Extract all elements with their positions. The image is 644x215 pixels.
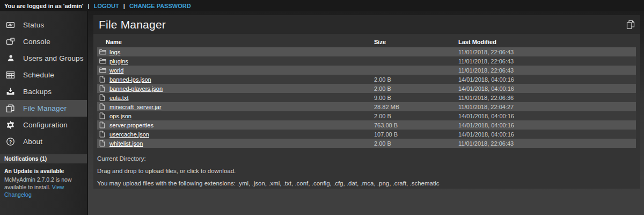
file-manager-icon bbox=[6, 104, 15, 113]
file-modified: 11/01/2018, 22:06:43 bbox=[456, 66, 636, 75]
folder-link[interactable]: world bbox=[109, 67, 123, 74]
table-row: banned-players.json2.00 B14/01/2018, 04:… bbox=[97, 84, 636, 93]
notification-title: An Update is available bbox=[4, 167, 83, 175]
file-modified: 11/01/2018, 22:04:27 bbox=[456, 102, 636, 111]
file-icon bbox=[99, 76, 106, 83]
table-header-row: Name Size Last Modified bbox=[97, 38, 636, 47]
file-icon bbox=[99, 103, 106, 110]
svg-text:?: ? bbox=[9, 139, 12, 145]
file-size bbox=[372, 47, 456, 56]
file-modified: 11/01/2018, 22:06:36 bbox=[456, 93, 636, 102]
logged-in-text: You are logged in as 'admin' bbox=[4, 3, 83, 9]
file-modified: 11/01/2018, 22:06:43 bbox=[456, 47, 636, 56]
file-icon bbox=[99, 131, 106, 138]
drag-drop-text[interactable]: Drag and drop to upload files, or click … bbox=[97, 168, 640, 174]
sidebar-item-users-and-groups[interactable]: Users and Groups bbox=[0, 50, 87, 67]
file-table: Name Size Last Modified logs11/01/2018, … bbox=[97, 38, 636, 148]
table-row: ops.json2.00 B14/01/2018, 04:00:16 bbox=[97, 111, 636, 120]
folder-link[interactable]: logs bbox=[109, 49, 120, 55]
file-link[interactable]: minecraft_server.jar bbox=[109, 104, 162, 110]
table-row: whitelist.json2.00 B11/01/2018, 22:06:43 bbox=[97, 139, 636, 148]
file-modified: 11/01/2018, 22:06:43 bbox=[456, 139, 636, 148]
sidebar-item-label: File Manager bbox=[23, 104, 67, 112]
sidebar-item-schedule[interactable]: Schedule bbox=[0, 67, 87, 83]
sidebar-nav: StatusConsoleUsers and GroupsScheduleBac… bbox=[0, 11, 87, 150]
sidebar-item-label: Status bbox=[23, 21, 44, 29]
extensions-text: You may upload files with the following … bbox=[97, 180, 640, 187]
main-area: File Manager Name Size Last Modified log… bbox=[88, 11, 644, 215]
file-size: 9.00 B bbox=[372, 93, 456, 102]
column-header-last-modified: Last Modified bbox=[456, 38, 636, 47]
file-icon bbox=[99, 121, 106, 128]
file-link[interactable]: eula.txt bbox=[109, 95, 128, 101]
column-header-name: Name bbox=[97, 38, 372, 47]
column-header-size: Size bbox=[372, 38, 456, 47]
file-link[interactable]: ops.json bbox=[109, 113, 131, 119]
console-icon bbox=[6, 37, 15, 46]
logout-link[interactable]: LOGOUT bbox=[94, 3, 119, 9]
current-directory-label: Current Directory: bbox=[97, 155, 640, 162]
copy-pages-icon[interactable] bbox=[626, 20, 635, 30]
sidebar-item-status[interactable]: Status bbox=[0, 17, 87, 33]
sidebar-item-label: Console bbox=[23, 38, 50, 46]
table-row: server.properties763.00 B14/01/2018, 04:… bbox=[97, 120, 636, 130]
notifications-header: Notifications (1) bbox=[0, 154, 87, 163]
file-size: 763.00 B bbox=[372, 120, 456, 130]
table-row: usercache.json107.00 B14/01/2018, 04:00:… bbox=[97, 130, 636, 139]
file-icon bbox=[99, 94, 106, 101]
file-size: 2.00 B bbox=[372, 111, 456, 120]
file-size: 2.00 B bbox=[372, 75, 456, 84]
sidebar-item-label: Schedule bbox=[23, 71, 54, 79]
file-link: server.properties bbox=[109, 122, 153, 128]
table-row: eula.txt9.00 B11/01/2018, 22:06:36 bbox=[97, 93, 636, 102]
sidebar-item-label: Users and Groups bbox=[23, 54, 84, 62]
file-link[interactable]: usercache.json bbox=[109, 131, 149, 138]
file-size bbox=[372, 66, 456, 75]
change-password-link[interactable]: CHANGE PASSWORD bbox=[129, 3, 191, 9]
separator: | bbox=[119, 3, 129, 9]
file-modified: 14/01/2018, 04:00:16 bbox=[456, 130, 636, 139]
separator: | bbox=[83, 3, 93, 9]
sidebar-item-label: Backups bbox=[23, 88, 52, 96]
file-icon bbox=[99, 85, 106, 92]
file-link[interactable]: banned-ips.json bbox=[109, 76, 151, 83]
sidebar-item-label: Configuration bbox=[23, 121, 68, 129]
folder-icon bbox=[99, 58, 106, 64]
configuration-icon bbox=[6, 120, 15, 130]
users-icon bbox=[6, 54, 15, 63]
backups-icon bbox=[6, 87, 15, 96]
table-row: minecraft_server.jar28.82 MB11/01/2018, … bbox=[97, 102, 636, 111]
file-link[interactable]: banned-players.json bbox=[109, 85, 163, 92]
sidebar-item-configuration[interactable]: Configuration bbox=[0, 117, 87, 133]
file-icon bbox=[99, 140, 106, 147]
topbar: You are logged in as 'admin' | LOGOUT | … bbox=[0, 0, 644, 11]
file-manager-panel: File Manager Name Size Last Modified log… bbox=[93, 15, 640, 189]
table-row: logs11/01/2018, 22:06:43 bbox=[97, 47, 636, 56]
panel-header: File Manager bbox=[93, 15, 640, 34]
file-modified: 14/01/2018, 04:00:16 bbox=[456, 84, 636, 93]
sidebar-item-console[interactable]: Console bbox=[0, 33, 87, 50]
file-size: 28.82 MB bbox=[372, 102, 456, 111]
file-size bbox=[372, 56, 456, 66]
file-modified: 14/01/2018, 04:00:16 bbox=[456, 75, 636, 84]
sidebar: StatusConsoleUsers and GroupsScheduleBac… bbox=[0, 11, 88, 215]
folder-icon bbox=[99, 67, 106, 73]
notification-text: McMyAdmin 2.7.0.2 is now available to in… bbox=[4, 176, 83, 198]
page-title: File Manager bbox=[99, 18, 166, 31]
file-link[interactable]: whitelist.json bbox=[109, 140, 143, 147]
folder-icon bbox=[99, 49, 106, 55]
file-size: 107.00 B bbox=[372, 130, 456, 139]
notifications-panel: Notifications (1) An Update is available… bbox=[0, 154, 87, 198]
status-icon bbox=[6, 20, 15, 30]
sidebar-item-backups[interactable]: Backups bbox=[0, 83, 87, 100]
file-modified: 11/01/2018, 22:06:43 bbox=[456, 56, 636, 66]
sidebar-item-about[interactable]: ?About bbox=[0, 133, 87, 150]
about-icon: ? bbox=[6, 137, 15, 146]
file-size: 2.00 B bbox=[372, 139, 456, 148]
table-row: plugins11/01/2018, 22:06:43 bbox=[97, 56, 636, 66]
folder-link[interactable]: plugins bbox=[109, 58, 128, 64]
schedule-icon bbox=[6, 70, 15, 80]
file-modified: 14/01/2018, 04:00:16 bbox=[456, 111, 636, 120]
file-icon bbox=[99, 112, 106, 119]
sidebar-item-file-manager[interactable]: File Manager bbox=[0, 100, 87, 117]
